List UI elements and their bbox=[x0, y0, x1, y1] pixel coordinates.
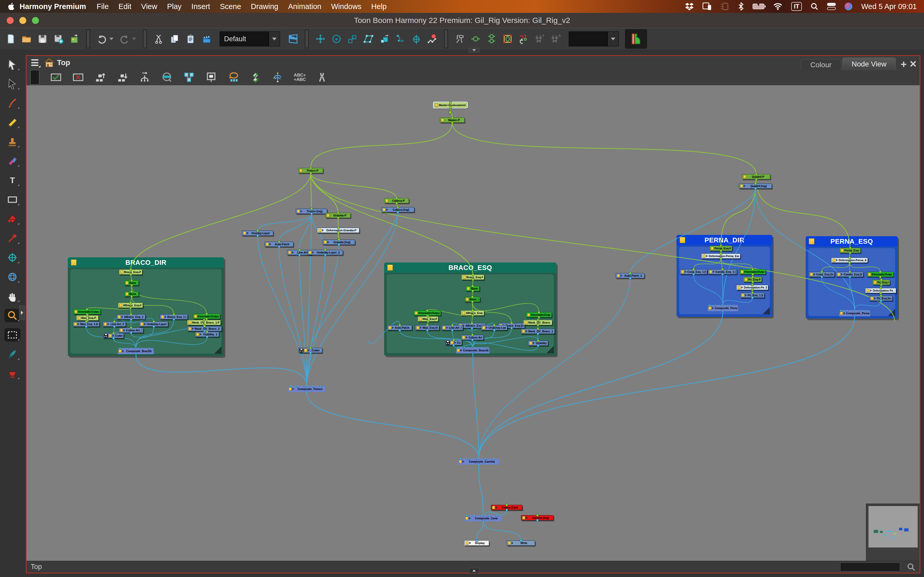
menu-view[interactable]: View bbox=[141, 2, 157, 11]
marquee-select-tool[interactable] bbox=[4, 328, 20, 342]
thumbnail-toggle-icon[interactable] bbox=[123, 329, 125, 332]
node-port[interactable] bbox=[205, 318, 208, 320]
node-port[interactable] bbox=[452, 344, 455, 346]
graph-node-n_ovl[interactable]: Overlay-Layer bbox=[242, 230, 273, 236]
graph-node-bd10[interactable]: Mask_OV_Braco_1-P_1 bbox=[187, 320, 221, 325]
graph-node-be15[interactable]: Cutter_1 bbox=[445, 340, 462, 345]
home-icon[interactable] bbox=[44, 58, 54, 68]
node-port[interactable] bbox=[278, 240, 280, 243]
copy-button[interactable] bbox=[168, 31, 181, 47]
thumbnail-toggle-icon[interactable] bbox=[814, 273, 816, 276]
thumbnail-toggle-icon[interactable] bbox=[292, 251, 294, 254]
graph-node-be16[interactable]: Mask_OV_Braco_1-P bbox=[523, 320, 552, 325]
node-port[interactable] bbox=[879, 271, 882, 273]
graph-node-pe9[interactable]: Composite_PernaEsq bbox=[839, 310, 871, 316]
node-port[interactable] bbox=[472, 285, 474, 287]
node-port[interactable] bbox=[693, 268, 695, 271]
node-port[interactable] bbox=[153, 326, 155, 328]
node-port[interactable] bbox=[849, 251, 851, 254]
node-port[interactable] bbox=[130, 313, 132, 316]
graph-node-be10[interactable]: Auto-Patch_1 bbox=[387, 325, 412, 330]
node-port[interactable] bbox=[457, 346, 459, 348]
node-port[interactable] bbox=[426, 309, 428, 312]
graph-node-n_ctvg[interactable]: Cabeca [tvg] bbox=[381, 207, 414, 212]
hand-tool[interactable] bbox=[4, 290, 20, 303]
select-tool[interactable] bbox=[4, 58, 20, 71]
graph-node-be13[interactable]: Underlay-Layer bbox=[481, 325, 507, 330]
node-port[interactable] bbox=[471, 296, 473, 298]
screen-mirroring-icon[interactable] bbox=[703, 2, 712, 11]
node-port[interactable] bbox=[821, 271, 823, 273]
transform-3d-tool-button[interactable] bbox=[378, 31, 391, 47]
graph-node-bd9[interactable]: KinematicOutput_1 bbox=[193, 314, 220, 319]
node-port[interactable] bbox=[468, 457, 470, 459]
node-port[interactable] bbox=[337, 212, 339, 214]
redo-dropdown-arrow[interactable] bbox=[132, 38, 136, 40]
transform-tool[interactable] bbox=[4, 77, 20, 90]
graph-node-be12[interactable]: Line-Art_1 bbox=[441, 325, 463, 330]
node-port[interactable] bbox=[126, 347, 128, 349]
node-port[interactable] bbox=[141, 347, 143, 349]
apple-menu-icon[interactable] bbox=[7, 2, 15, 11]
menu-app-name[interactable]: Harmony Premium bbox=[19, 2, 86, 11]
enable-all-nodes-button[interactable] bbox=[248, 71, 263, 84]
graph-node-pd5[interactable]: KinematicOutput_4 bbox=[740, 269, 766, 274]
graph-node-pe1[interactable]: Perna_Esq-P bbox=[840, 248, 861, 253]
node-search-input[interactable] bbox=[840, 562, 900, 571]
rigging-tools-button[interactable] bbox=[453, 31, 467, 47]
graph-node-bd6[interactable]: Mao_Esq-P_1 bbox=[76, 315, 99, 321]
node-port[interactable] bbox=[472, 279, 474, 281]
thumbnail-toggle-icon[interactable] bbox=[386, 208, 388, 211]
node-port[interactable] bbox=[629, 277, 632, 279]
node-port[interactable] bbox=[720, 257, 722, 259]
graph-node-pe6[interactable]: Pe_Esq-P bbox=[872, 280, 890, 285]
graph-node-n_ccard[interactable]: Colour-Card bbox=[491, 505, 522, 510]
graph-node-be18[interactable]: Visibility bbox=[528, 340, 548, 346]
node-port[interactable] bbox=[131, 284, 133, 287]
node-port[interactable] bbox=[131, 295, 133, 298]
node-port[interactable] bbox=[153, 321, 155, 323]
quill-tool[interactable] bbox=[4, 348, 20, 361]
node-port[interactable] bbox=[476, 539, 478, 542]
node-port[interactable] bbox=[493, 329, 496, 331]
graph-node-bd2[interactable]: Bone_2 bbox=[124, 280, 139, 285]
open-scene-button[interactable] bbox=[19, 31, 34, 47]
preset-dropdown[interactable]: Default bbox=[220, 31, 280, 47]
graph-node-n_gp[interactable]: Gravata-P bbox=[325, 213, 351, 218]
graph-node-n_qp[interactable]: Quadril-P bbox=[742, 174, 771, 179]
node-port[interactable] bbox=[472, 290, 474, 292]
node-port[interactable] bbox=[465, 514, 468, 516]
node-port[interactable] bbox=[754, 182, 757, 185]
thumbnail-toggle-icon[interactable] bbox=[741, 286, 743, 289]
node-port[interactable] bbox=[537, 332, 539, 335]
node-port[interactable] bbox=[755, 173, 758, 176]
centerline-editor-tool[interactable] bbox=[4, 251, 20, 264]
node-port[interactable] bbox=[478, 464, 480, 466]
node-port[interactable] bbox=[130, 327, 132, 329]
search-nodes-button[interactable] bbox=[160, 71, 174, 84]
thumbnail-toggle-icon[interactable] bbox=[843, 312, 845, 314]
node-port[interactable] bbox=[714, 304, 717, 306]
graph-node-be19[interactable]: Composite_BracoEsq bbox=[456, 347, 490, 353]
node-port[interactable] bbox=[130, 332, 132, 334]
node-port[interactable] bbox=[721, 273, 724, 276]
node-port[interactable] bbox=[396, 202, 398, 204]
graph-node-pe5[interactable]: KinematicOutput_3 bbox=[867, 272, 893, 277]
thumbnail-toggle-icon[interactable] bbox=[469, 542, 471, 544]
graph-node-bd11[interactable]: Mao_Esq_1 [tvg] bbox=[73, 321, 100, 327]
graph-node-n_ap2[interactable]: Auto-Patch_2 bbox=[615, 273, 645, 278]
graph-node-pd9[interactable]: Composite_PernaDir bbox=[708, 305, 738, 311]
text-tool[interactable]: T bbox=[4, 174, 20, 187]
thumbnail-toggle-icon[interactable] bbox=[144, 323, 146, 326]
node-port[interactable] bbox=[173, 313, 175, 316]
node-port[interactable] bbox=[754, 187, 757, 190]
thumbnail-toggle-icon[interactable] bbox=[292, 388, 294, 390]
tool-preset-arrow[interactable] bbox=[607, 31, 619, 47]
input-source-switcher[interactable]: IT bbox=[791, 2, 802, 11]
node-port[interactable] bbox=[289, 385, 291, 387]
thumbnail-toggle-icon[interactable] bbox=[308, 349, 310, 351]
motion-path-tool-button[interactable] bbox=[425, 31, 439, 47]
node-port[interactable] bbox=[298, 254, 300, 256]
node-port[interactable] bbox=[324, 249, 326, 251]
graph-node-n_cp[interactable]: Cabeca-P bbox=[384, 198, 409, 203]
